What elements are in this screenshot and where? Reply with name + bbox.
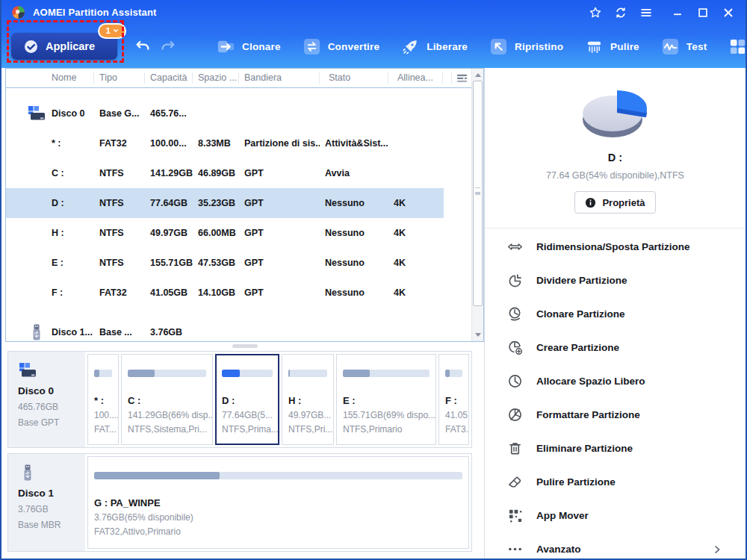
partition-block[interactable]: C :141.29GB(66% disp...NTFS,Sistema,Pri.…: [121, 354, 213, 445]
scrollbar-thumb[interactable]: [473, 81, 483, 306]
partition-block[interactable]: * :100....FAT...: [87, 354, 119, 445]
chevron-right-icon: [713, 545, 722, 554]
partition-block[interactable]: D :77.64GB(5...NTFS,Prima...: [215, 354, 279, 445]
partition-size: 155.71GB(69% dispo...: [343, 410, 430, 420]
pending-operations-badge[interactable]: 1: [98, 23, 126, 39]
cell-bandiera: GPT: [239, 228, 320, 238]
cell-name: C :: [6, 168, 94, 178]
toolbar-item-label: Clonare: [242, 41, 281, 52]
usb-drive-icon: [18, 463, 37, 482]
table-row[interactable]: F :FAT3241.05GB14.10GBGPTNessuno4K: [6, 278, 444, 308]
refresh-button[interactable]: [614, 6, 627, 19]
divider-handle[interactable]: [232, 344, 258, 348]
partition-block[interactable]: E :155.71GB(69% dispo...NTFS,Primario: [336, 354, 436, 445]
action-split[interactable]: Dividere Partizione: [507, 264, 746, 297]
cell-cap: 77.64GB: [145, 198, 193, 208]
toolbar-item-clean[interactable]: Pulire: [585, 37, 639, 56]
toolbar-item-tools[interactable]: Strumenti: [728, 37, 747, 56]
cell-text: D :: [52, 198, 64, 208]
table-row[interactable]: Disco 0Base G...465.76...: [6, 99, 444, 128]
partition-block[interactable]: F :41.05...FAT3...: [438, 354, 469, 445]
partition-filesystem: NTFS,Primario: [343, 424, 430, 435]
toolbar-item-test[interactable]: Test: [661, 37, 707, 56]
toolbar-item-clone[interactable]: Clonare: [217, 37, 281, 56]
toolbar-item-convert[interactable]: Convertire: [303, 37, 380, 56]
cell-cap: 49.97GB: [145, 228, 193, 238]
table-row[interactable]: Disco 1...Base ...3.76GB: [6, 317, 444, 342]
restore-icon: [489, 37, 508, 56]
action-advanced[interactable]: Avanzato: [507, 532, 746, 560]
usage-bar: [128, 370, 206, 377]
column-header-tipo[interactable]: Tipo: [94, 72, 145, 84]
info-icon: [585, 197, 596, 208]
toolbar-item-label: Liberare: [427, 41, 468, 52]
cell-tipo: FAT32: [94, 138, 145, 149]
column-header-stato[interactable]: Stato: [320, 72, 388, 84]
table-row[interactable]: D :NTFS77.64GB35.23GBGPTNessuno4K: [6, 188, 444, 218]
toolbar-item-restore[interactable]: Ripristino: [489, 37, 563, 56]
column-header-capacit[interactable]: Capacità: [145, 72, 193, 84]
partition-label: H :: [288, 395, 327, 406]
scroll-down-arrow[interactable]: [472, 329, 483, 340]
action-appmover[interactable]: App Mover: [507, 499, 746, 532]
cell-text: GPT: [244, 287, 264, 298]
undo-button[interactable]: [134, 37, 152, 55]
left-pane: NomeTipoCapacitàSpazio ...BandieraStatoA…: [1, 68, 484, 559]
column-header-allinea[interactable]: Allinea...: [388, 72, 443, 84]
sync-icon: [614, 6, 627, 19]
cell-stato: Nessuno: [320, 258, 388, 268]
action-resize[interactable]: Ridimensiona/Sposta Partizione: [507, 230, 746, 264]
toolbar-item-free[interactable]: Liberare: [401, 37, 468, 56]
properties-label: Proprietà: [602, 197, 645, 208]
favorite-button[interactable]: [589, 6, 602, 19]
partition-filesystem: NTFS,Prima...: [222, 424, 273, 435]
disk-style: Base GPT: [18, 417, 85, 428]
maximize-icon: [696, 6, 710, 19]
table-row[interactable]: C :NTFS141.29GB46.89GBGPTAvvia: [6, 158, 444, 188]
column-header-spazio[interactable]: Spazio ...: [193, 72, 239, 84]
cell-text: Nessuno: [325, 258, 365, 268]
cell-text: 4K: [394, 287, 406, 298]
scroll-up-arrow[interactable]: [472, 69, 483, 81]
cell-text: NTFS: [99, 228, 124, 238]
disk-info-block[interactable]: Disco 13.76GBBase MBR: [8, 454, 85, 551]
vertical-scrollbar[interactable]: [471, 69, 483, 341]
action-clonepart[interactable]: Clonare Partizione: [507, 297, 746, 331]
action-wipe[interactable]: Pulire Partizione: [507, 465, 746, 499]
minimize-button[interactable]: [671, 6, 684, 19]
column-settings-icon[interactable]: [452, 69, 471, 87]
maximize-button[interactable]: [696, 6, 710, 19]
partition-label: D :: [222, 395, 273, 406]
table-row[interactable]: E :NTFS155.71GB47.53GBGPTNessuno4K: [6, 248, 444, 278]
action-allocate[interactable]: Allocare Spazio Libero: [507, 364, 746, 398]
cell-text: GPT: [244, 168, 264, 178]
cell-stato: Nessuno: [320, 287, 388, 298]
partition-block[interactable]: G : PA_WINPE3.76GB(65% disponibile)FAT32…: [87, 456, 469, 549]
disk-info-block[interactable]: Disco 0465.76GBBase GPT: [8, 352, 85, 447]
action-delete[interactable]: Eliminare Partizione: [507, 432, 746, 465]
properties-button[interactable]: Proprietà: [574, 191, 655, 214]
cell-spazio: 46.89GB: [193, 168, 239, 178]
cell-text: 465.76...: [150, 108, 187, 119]
pane-divider[interactable]: [5, 343, 484, 349]
cell-allinea: 4K: [388, 258, 444, 268]
cell-text: 35.23GB: [198, 198, 235, 208]
cell-cap: 41.05GB: [145, 287, 193, 298]
usage-bar-fill: [343, 370, 370, 377]
table-row[interactable]: H :NTFS49.97GB66.00MBGPTNessuno4K: [6, 218, 444, 248]
partition-block[interactable]: H :49.97GB...NTFS,Pri...: [282, 354, 334, 445]
column-header-bandiera[interactable]: Bandiera: [239, 72, 320, 84]
action-create[interactable]: Creare Partizione: [507, 331, 746, 364]
table-header: NomeTipoCapacitàSpazio ...BandieraStatoA…: [6, 69, 483, 88]
menu-button[interactable]: [639, 6, 653, 19]
close-icon: [722, 6, 735, 19]
column-header-nome[interactable]: Nome: [6, 72, 94, 84]
cell-cap: 3.76GB: [145, 327, 193, 337]
table-row[interactable]: * :FAT32100.00...8.33MBPartizione di sis…: [6, 128, 444, 158]
apply-button[interactable]: Applicare 1: [11, 33, 117, 60]
cell-text: FAT32: [99, 138, 127, 149]
apply-label: Applicare: [46, 40, 95, 52]
close-button[interactable]: [722, 6, 735, 19]
redo-button[interactable]: [159, 37, 177, 55]
action-format[interactable]: Formattare Partizione: [507, 398, 746, 432]
